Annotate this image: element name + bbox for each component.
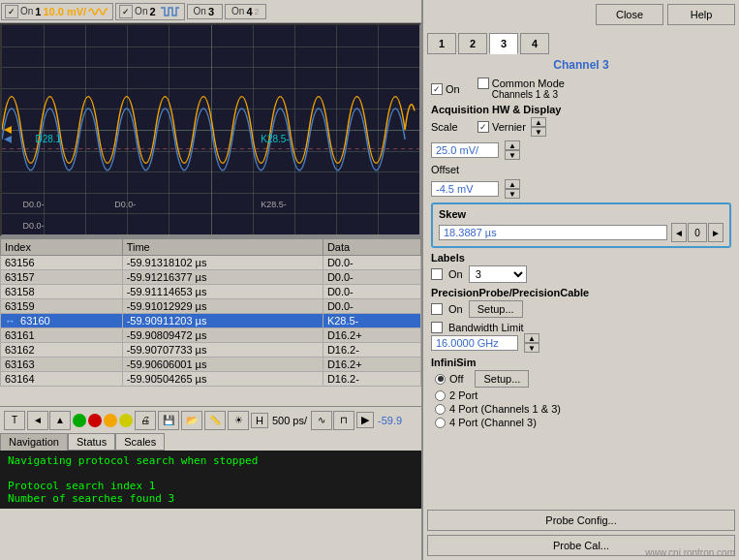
pp-on-checkbox[interactable]: [431, 303, 443, 315]
ch-tab-1[interactable]: 1: [427, 33, 456, 54]
on-checkbox[interactable]: [431, 83, 443, 95]
table-cell-index: ↔ 63160: [1, 314, 123, 328]
tb-btn-save[interactable]: 💾: [158, 411, 179, 430]
tab-scales[interactable]: Scales: [115, 433, 165, 451]
waveform-svg: [2, 25, 419, 234]
nav-line3: Protocol search index 1: [8, 480, 414, 492]
ch-tab-3[interactable]: 3: [489, 33, 518, 54]
scale-spin-down[interactable]: ▼: [505, 150, 520, 160]
table-row[interactable]: ↔ 63160-59.90911203 µsK28.5-: [1, 314, 421, 328]
table-row[interactable]: 63164-59.90504265 µsD16.2-: [1, 372, 421, 387]
ch1-checkbox[interactable]: ✓: [5, 5, 18, 18]
ch4-toolbar[interactable]: On 4 2: [225, 4, 265, 19]
labels-on-checkbox[interactable]: [431, 268, 443, 280]
data-table: Index Time Data 63156-59.91318102 µsD0.0…: [0, 238, 421, 387]
ch4-number[interactable]: 4: [246, 6, 252, 17]
tb-btn-up[interactable]: ▲: [49, 411, 71, 430]
vernier-spin-down[interactable]: ▼: [531, 127, 546, 137]
ch1-number[interactable]: 1: [35, 6, 41, 17]
tb-btn-wave2[interactable]: ⊓: [333, 411, 354, 430]
offset-spinners: ▲ ▼: [505, 179, 520, 199]
tb-btn-measure[interactable]: 📏: [204, 411, 226, 430]
skew-left-btn[interactable]: ◄: [671, 223, 687, 242]
ch2-toolbar: ✓ On 2: [115, 3, 184, 20]
right-panel: Close Help 1 2 3 4 Channel 3 On: [421, 0, 739, 560]
main-container: ✓ On 1 10.0 mV/ ✓ On 2 On 3: [0, 0, 739, 560]
table-row[interactable]: 63161-59.90809472 µsD16.2+: [1, 328, 421, 343]
tb-btn-left[interactable]: ◄: [27, 411, 48, 430]
infinisim-4port-2-radio[interactable]: [435, 418, 446, 428]
table-cell-index: 63157: [1, 270, 123, 285]
ch2-number[interactable]: 2: [149, 6, 155, 17]
common-mode-section: Common Mode Channels 1 & 3: [477, 78, 565, 100]
scale-row: Scale Vernier ▲ ▼: [431, 117, 731, 137]
table-cell-data: D0.0-: [323, 285, 420, 299]
nav-content: Navigating protocol search when stopped …: [0, 451, 421, 509]
skew-right-btn[interactable]: ►: [708, 223, 724, 242]
close-button[interactable]: Close: [596, 4, 663, 25]
help-button[interactable]: Help: [667, 4, 735, 25]
probe-config-button[interactable]: Probe Config...: [427, 510, 735, 531]
infinisim-4port-1-radio[interactable]: [435, 404, 446, 415]
col-data: Data: [323, 239, 420, 256]
table-cell-time: -59.91216377 µs: [122, 270, 323, 285]
infinisim-2port-radio[interactable]: [435, 390, 446, 401]
table-cell-index: 63164: [1, 372, 123, 387]
scale-input[interactable]: [431, 142, 499, 158]
tb-btn-wave1[interactable]: ∿: [311, 411, 332, 430]
ch1-on-label: On: [20, 6, 33, 16]
bw-checkbox[interactable]: [431, 322, 443, 333]
on-row: On Common Mode Channels 1 & 3: [431, 78, 731, 100]
col-index: Index: [1, 239, 123, 256]
infinisim-2port-label: 2 Port: [449, 389, 477, 401]
bw-spin-up[interactable]: ▲: [524, 333, 539, 343]
ch2-checkbox[interactable]: ✓: [119, 5, 133, 18]
infinisim-4port-1-row: 4 Port (Channels 1 & 3): [435, 403, 731, 415]
scope-label-d28: D28.1: [35, 134, 61, 144]
ch3-number[interactable]: 3: [208, 6, 214, 17]
common-mode-checkbox[interactable]: [477, 78, 489, 89]
ch4-on-label: On: [231, 6, 244, 16]
pp-setup-btn[interactable]: Setup...: [469, 300, 523, 318]
skew-nav-btns: ◄ 0 ►: [671, 223, 724, 242]
infinisim-off-radio[interactable]: [435, 374, 446, 385]
tab-status[interactable]: Status: [68, 433, 115, 451]
ch-tab-2[interactable]: 2: [458, 33, 487, 54]
scope-label-d0-0a: D0.0-: [23, 200, 45, 209]
offset-spin-up[interactable]: ▲: [505, 179, 520, 189]
tb-btn-sun[interactable]: ☀: [228, 411, 249, 430]
table-row[interactable]: 63159-59.91012929 µsD0.0-: [1, 299, 421, 314]
pp-on-label: On: [448, 303, 463, 315]
table-row[interactable]: 63158-59.91114653 µsD0.0-: [1, 285, 421, 299]
tb-trigger-value: -59.9: [376, 415, 404, 426]
skew-input[interactable]: [439, 225, 667, 240]
scale-spinners: ▲ ▼: [505, 140, 520, 160]
offset-input[interactable]: [431, 181, 499, 197]
tb-btn-open[interactable]: 📂: [181, 411, 202, 430]
offset-spin-down[interactable]: ▼: [505, 189, 520, 199]
infinisim-setup-btn[interactable]: Setup...: [475, 370, 529, 388]
table-row[interactable]: 63157-59.91216377 µsD0.0-: [1, 270, 421, 285]
table-cell-index: 63159: [1, 299, 123, 314]
labels-select[interactable]: 3: [469, 265, 527, 283]
table-cell-data: D0.0-: [323, 299, 420, 314]
ch-tab-4[interactable]: 4: [520, 33, 549, 54]
vernier-spin-up[interactable]: ▲: [531, 117, 546, 127]
nav-section: Navigation Status Scales Navigating prot…: [0, 433, 421, 509]
skew-row: ◄ 0 ►: [439, 223, 724, 242]
table-cell-time: -59.90606001 µs: [122, 358, 323, 372]
bw-spin-down[interactable]: ▼: [524, 343, 539, 353]
bw-input[interactable]: [431, 335, 518, 351]
table-row[interactable]: 63163-59.90606001 µsD16.2+: [1, 358, 421, 372]
tab-navigation[interactable]: Navigation: [0, 433, 68, 451]
vernier-checkbox[interactable]: [477, 121, 489, 133]
table-row[interactable]: 63162-59.90707733 µsD16.2-: [1, 343, 421, 358]
tb-btn-img[interactable]: 🖨: [135, 411, 156, 430]
scope-label-d0-0c: D0.0-: [23, 221, 45, 231]
tb-circle-red: [88, 414, 102, 427]
ch3-toolbar[interactable]: On 3: [187, 4, 223, 19]
skew-zero-btn[interactable]: 0: [688, 223, 707, 242]
table-row[interactable]: 63156-59.91318102 µsD0.0-: [1, 256, 421, 270]
scale-spin-up[interactable]: ▲: [505, 140, 520, 150]
tb-btn-t[interactable]: T: [4, 411, 25, 430]
